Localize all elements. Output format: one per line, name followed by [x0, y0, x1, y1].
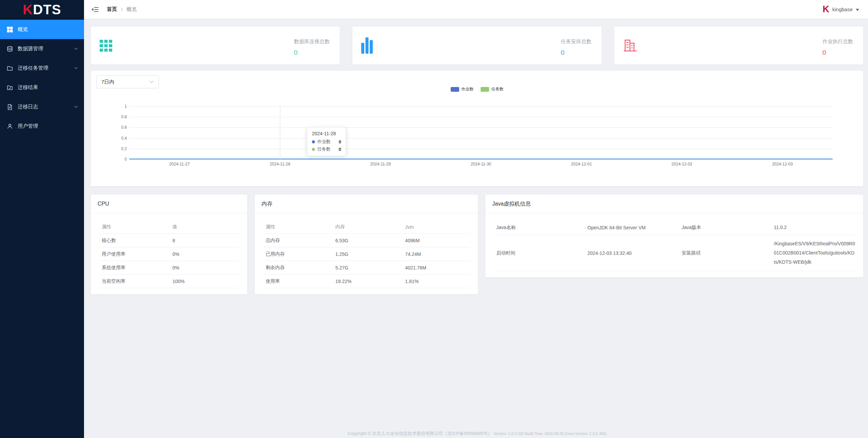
cpu-table: 属性 值 核心数 8 用户使用率 0% 系统使用率 0%: [91, 213, 247, 294]
cell-value: 0%: [170, 251, 239, 257]
table-header-row: 属性 值: [99, 220, 239, 234]
sidebar-item-label: 数据源管理: [18, 46, 43, 52]
col-header: 值: [170, 224, 239, 230]
table-row: 当前空闲率 100%: [99, 275, 239, 288]
copyright-text: Copyright © 北京人大金仓信息技术股份有限公司（京ICP备050584…: [348, 431, 492, 436]
breadcrumb-home[interactable]: 首页: [107, 6, 117, 13]
memory-table: 属性 内存 Jvm 总内存 6.53G 4096M 已用内存 1.25G 74.…: [255, 213, 478, 294]
gridline: [129, 106, 833, 107]
version-text: Version: 1.0.3.322 Build Time: 2024-08-2…: [494, 432, 606, 436]
x-tick: 2024-12-03: [772, 162, 793, 167]
cell-value: 0%: [170, 265, 239, 270]
cell-value: 4021.76M: [402, 265, 470, 270]
cell-value: 74.24M: [402, 251, 470, 257]
sidebar-item-migration-tasks[interactable]: 迁移任务管理: [0, 58, 84, 78]
cell-value: 5.27G: [333, 265, 402, 270]
card-title: Java虚拟机信息: [485, 195, 863, 213]
user-dropdown[interactable]: K kingbase: [822, 5, 859, 14]
x-tick: 2024-12-01: [571, 162, 592, 167]
stat-info: 任务安排总数 0: [561, 38, 591, 56]
database-icon: [7, 46, 13, 52]
chevron-down-icon: [149, 81, 154, 83]
grid-icon: [100, 40, 112, 52]
sidebar-item-migration-logs[interactable]: 迁移日志: [0, 97, 84, 117]
y-tick: 1: [124, 104, 127, 109]
sidebar-item-label: 迁移日志: [18, 104, 38, 110]
memory-card: 内存 属性 内存 Jvm 总内存 6.53G 4096M 已用内存 1.25G: [255, 195, 478, 294]
tooltip-series-value: 0: [333, 147, 341, 152]
legend-item-jobs[interactable]: 作业数: [451, 86, 474, 92]
jvm-card: Java虚拟机信息 Java名称 OpenJDK 64-Bit Server V…: [485, 195, 863, 277]
breadcrumb: 首页 概览: [107, 6, 137, 13]
table-row: 使用率 19.22% 1.81%: [263, 275, 470, 288]
table-row: 启动时间 2024-12-03 13:32:40 安装路径 /KingbaseE…: [494, 235, 855, 271]
cell-label: 启动时间: [494, 250, 585, 256]
system-info-row: CPU 属性 值 核心数 8 用户使用率 0% 系统使用率: [91, 195, 863, 294]
tooltip-row: 作业数 0: [312, 139, 341, 145]
chevron-down-icon: [74, 106, 78, 108]
table-row: 用户使用率 0%: [99, 247, 239, 261]
card-title: CPU: [91, 195, 247, 213]
cell-label: 系统使用率: [99, 265, 170, 271]
x-tick: 2024-11-29: [370, 162, 391, 167]
legend-label: 作业数: [462, 86, 474, 92]
sidebar-item-label: 迁移结果: [18, 84, 38, 91]
date-range-value: 7日内: [101, 79, 114, 85]
cell-label: 剩余内存: [263, 265, 333, 271]
chart-tooltip: 2024-11-28 作业数 0 任务数 0: [307, 127, 346, 156]
cell-value: 4096M: [402, 238, 470, 243]
sidebar-item-label: 用户管理: [18, 123, 38, 129]
cell-label: 当前空闲率: [99, 278, 170, 284]
gridline: [129, 138, 833, 139]
logo-k: K: [23, 2, 33, 17]
stat-label: 数据库连接总数: [294, 38, 330, 45]
cell-value: 11.0.2: [771, 223, 855, 232]
y-axis-labels: 1 0.8 0.6 0.4 0.2 0: [91, 106, 127, 159]
legend-label: 任务数: [491, 86, 504, 92]
cell-label: Java版本: [679, 225, 771, 231]
cell-label: 使用率: [263, 278, 333, 284]
cell-label: 总内存: [263, 238, 333, 244]
stat-info: 作业执行总数 0: [822, 38, 853, 56]
y-tick: 0.8: [121, 115, 127, 119]
table-header-row: 属性 内存 Jvm: [263, 220, 470, 234]
page-content: 数据库连接总数 0 任务安排总数 0: [84, 19, 868, 438]
series-line-at-zero: [129, 159, 833, 159]
dashboard-icon: [7, 27, 13, 33]
cell-label: 用户使用率: [99, 251, 170, 257]
x-tick: 2024-11-28: [270, 162, 290, 167]
sidebar-item-datasource[interactable]: 数据源管理: [0, 39, 84, 58]
stat-card-job-executions: 作业执行总数 0: [614, 27, 863, 65]
sidebar-item-migration-results[interactable]: 迁移结果: [0, 78, 84, 97]
cell-value: 8: [170, 238, 239, 243]
cell-value: 1.25G: [333, 251, 402, 257]
page-footer: Copyright © 北京人大金仓信息技术股份有限公司（京ICP备050584…: [91, 427, 863, 438]
legend-item-tasks[interactable]: 任务数: [481, 86, 504, 92]
gridline: [129, 127, 833, 128]
table-row: Java名称 OpenJDK 64-Bit Server VM Java版本 1…: [494, 220, 855, 235]
sidebar-toggle-button[interactable]: [91, 6, 99, 13]
y-tick: 0: [124, 157, 127, 162]
logo-rest: DTS: [33, 2, 61, 17]
stats-row: 数据库连接总数 0 任务安排总数 0: [91, 27, 863, 65]
chart-plot-area[interactable]: 2024-11-27 2024-11-28 2024-11-29 2024-11…: [129, 106, 833, 159]
tooltip-series-name: 任务数: [317, 146, 331, 152]
chevron-down-icon: [74, 48, 78, 50]
stat-card-task-schedules: 任务安排总数 0: [352, 27, 601, 65]
stat-value: 0: [561, 49, 565, 56]
sidebar-item-overview[interactable]: 概览: [0, 20, 84, 39]
col-header: 内存: [333, 224, 402, 230]
tooltip-series-name: 作业数: [317, 139, 331, 145]
sidebar-item-label: 迁移任务管理: [18, 65, 48, 71]
tooltip-series-value: 0: [333, 139, 341, 144]
sidebar-item-user-management[interactable]: 用户管理: [0, 117, 84, 136]
stat-info: 数据库连接总数 0: [294, 38, 330, 56]
bar-chart-icon: [361, 37, 373, 54]
series-dot-icon: [312, 140, 315, 143]
folder-icon: [7, 65, 13, 71]
col-header: 属性: [263, 224, 333, 230]
breadcrumb-current: 概览: [127, 6, 137, 13]
col-header: 属性: [99, 224, 170, 230]
cell-label: Java名称: [494, 225, 585, 231]
username: kingbase: [832, 6, 853, 12]
